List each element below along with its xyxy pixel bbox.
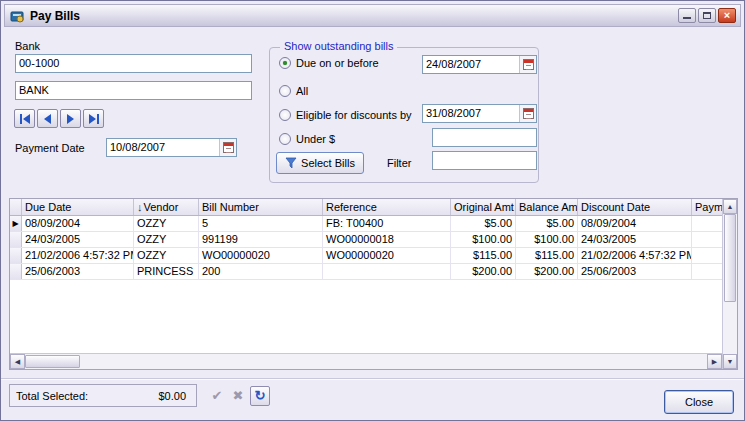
- vertical-scrollbar[interactable]: ▲ ▼: [722, 199, 737, 369]
- grid-cell-vendor[interactable]: PRINCESS: [134, 264, 199, 280]
- due-date-value[interactable]: 24/08/2007: [423, 56, 519, 73]
- grid-cell-original_amt[interactable]: $115.00: [451, 248, 516, 264]
- under-amount-input[interactable]: [432, 128, 537, 147]
- payment-date-field[interactable]: 10/08/2007: [106, 138, 237, 157]
- filter-input[interactable]: [432, 151, 537, 170]
- maximize-button[interactable]: [698, 8, 716, 23]
- grid-cell-payment[interactable]: [692, 264, 722, 280]
- close-window-button[interactable]: ×: [718, 8, 736, 23]
- due-date-field[interactable]: 24/08/2007: [422, 55, 537, 74]
- close-icon: ×: [724, 10, 730, 21]
- grid-cell-balance_amt[interactable]: $5.00: [516, 216, 578, 232]
- discount-date-value[interactable]: 31/08/2007: [423, 105, 519, 122]
- column-header-bill_number[interactable]: Bill Number: [199, 199, 323, 216]
- scroll-left-button[interactable]: ◀: [10, 354, 25, 369]
- bank-label: Bank: [15, 40, 40, 52]
- due-date-calendar-button[interactable]: [519, 56, 536, 73]
- table-row[interactable]: 25/06/2003PRINCESS200$200.00$200.0025/06…: [10, 264, 722, 280]
- nav-first-button[interactable]: [14, 109, 35, 128]
- column-header-original_amt[interactable]: Original Amt: [451, 199, 516, 216]
- show-outstanding-bills-group: Show outstanding bills Due on or before …: [269, 47, 539, 183]
- grid-cell-reference[interactable]: [323, 264, 451, 280]
- grid-cell-bill_number[interactable]: 200: [199, 264, 323, 280]
- scroll-down-button[interactable]: ▼: [723, 354, 737, 369]
- grid-cell-reference[interactable]: WO00000020: [323, 248, 451, 264]
- radio-all[interactable]: All: [279, 85, 308, 97]
- horizontal-scrollbar-thumb[interactable]: [25, 355, 80, 368]
- scroll-up-button[interactable]: ▲: [723, 199, 737, 214]
- payment-date-calendar-button[interactable]: [219, 139, 236, 156]
- maximize-icon: [703, 12, 711, 19]
- grid-cell-due_date[interactable]: 24/03/2005: [22, 232, 134, 248]
- grid-cell-vendor[interactable]: OZZY: [134, 232, 199, 248]
- grid-cell-discount_date[interactable]: 24/03/2005: [578, 232, 692, 248]
- column-header-balance_amt[interactable]: Balance Amt: [516, 199, 578, 216]
- select-bills-button[interactable]: Select Bills: [276, 152, 364, 174]
- grid-cell-balance_amt[interactable]: $100.00: [516, 232, 578, 248]
- row-selector[interactable]: [10, 232, 22, 247]
- column-header-vendor[interactable]: ↓Vendor: [134, 199, 199, 216]
- row-selector[interactable]: ▶: [10, 216, 22, 231]
- column-header-reference[interactable]: Reference: [323, 199, 451, 216]
- vertical-scrollbar-thumb[interactable]: [724, 214, 736, 302]
- column-header-due_date[interactable]: Due Date: [22, 199, 134, 216]
- grid-cell-original_amt[interactable]: $200.00: [451, 264, 516, 280]
- radio-icon[interactable]: [279, 57, 291, 69]
- table-row[interactable]: ▶08/09/2004OZZY5FB: T00400$5.00$5.0008/0…: [10, 216, 722, 232]
- grid-cell-reference[interactable]: WO00000018: [323, 232, 451, 248]
- discount-date-calendar-button[interactable]: [519, 105, 536, 122]
- grid-cell-discount_date[interactable]: 21/02/2006 4:57:32 PM: [578, 248, 692, 264]
- horizontal-scrollbar[interactable]: ◀ ▶: [10, 353, 722, 369]
- grid-cell-discount_date[interactable]: 08/09/2004: [578, 216, 692, 232]
- grid-cell-discount_date[interactable]: 25/06/2003: [578, 264, 692, 280]
- grid-cell-original_amt[interactable]: $100.00: [451, 232, 516, 248]
- radio-icon[interactable]: [279, 109, 291, 121]
- bank-code-field[interactable]: 00-1000: [15, 54, 252, 73]
- column-header-discount_date[interactable]: Discount Date: [578, 199, 692, 216]
- table-row[interactable]: 24/03/2005OZZY991199WO00000018$100.00$10…: [10, 232, 722, 248]
- grid-cell-vendor[interactable]: OZZY: [134, 248, 199, 264]
- radio-icon[interactable]: [279, 85, 291, 97]
- grid-cell-bill_number[interactable]: 991199: [199, 232, 323, 248]
- row-selector[interactable]: [10, 248, 22, 263]
- grid-cell-due_date[interactable]: 25/06/2003: [22, 264, 134, 280]
- grid-cell-bill_number[interactable]: 5: [199, 216, 323, 232]
- grid-cell-original_amt[interactable]: $5.00: [451, 216, 516, 232]
- row-selector[interactable]: [10, 264, 22, 279]
- minimize-button[interactable]: [678, 8, 696, 23]
- pay-bills-icon: [9, 8, 25, 24]
- table-row[interactable]: 21/02/2006 4:57:32 PMOZZYWO00000020WO000…: [10, 248, 722, 264]
- grid-cell-payment[interactable]: [692, 216, 722, 232]
- radio-icon[interactable]: [279, 133, 291, 145]
- grid-cell-reference[interactable]: FB: T00400: [323, 216, 451, 232]
- discount-date-field[interactable]: 31/08/2007: [422, 104, 537, 123]
- grid-cell-due_date[interactable]: 21/02/2006 4:57:32 PM: [22, 248, 134, 264]
- apply-button[interactable]: ✔: [207, 386, 227, 406]
- refresh-button[interactable]: ↻: [250, 386, 270, 406]
- grid-cell-balance_amt[interactable]: $115.00: [516, 248, 578, 264]
- horizontal-scrollbar-track[interactable]: [80, 354, 707, 369]
- nav-last-button[interactable]: [83, 109, 104, 128]
- titlebar[interactable]: Pay Bills ×: [4, 4, 741, 27]
- grid-cell-due_date[interactable]: 08/09/2004: [22, 216, 134, 232]
- radio-label: Eligible for discounts by: [296, 109, 412, 121]
- first-record-icon: [20, 114, 22, 124]
- nav-previous-button[interactable]: [37, 109, 58, 128]
- column-header-payment[interactable]: Payme: [692, 199, 722, 216]
- grid-cell-payment[interactable]: [692, 232, 722, 248]
- grid-cell-vendor[interactable]: OZZY: [134, 216, 199, 232]
- grid-cell-bill_number[interactable]: WO00000020: [199, 248, 323, 264]
- radio-eligible-for-discounts[interactable]: Eligible for discounts by: [279, 109, 412, 121]
- radio-under-amount[interactable]: Under $: [279, 133, 335, 145]
- vertical-scrollbar-track[interactable]: [723, 302, 737, 354]
- cancel-button[interactable]: ✖: [228, 386, 248, 406]
- grid-cell-balance_amt[interactable]: $200.00: [516, 264, 578, 280]
- grid-cell-payment[interactable]: [692, 248, 722, 264]
- calendar-icon: [523, 59, 534, 70]
- radio-due-on-or-before[interactable]: Due on or before: [279, 57, 379, 69]
- nav-next-button[interactable]: [60, 109, 81, 128]
- scroll-right-button[interactable]: ▶: [707, 354, 722, 369]
- close-button[interactable]: Close: [664, 390, 734, 414]
- payment-date-value[interactable]: 10/08/2007: [107, 139, 219, 156]
- bank-name-field[interactable]: BANK: [15, 81, 252, 100]
